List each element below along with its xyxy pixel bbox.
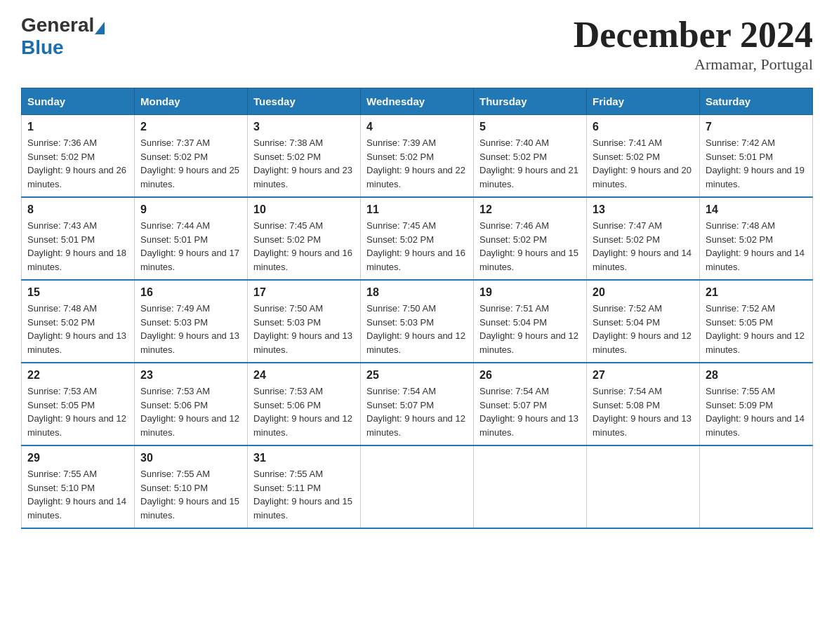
table-row: 9 Sunrise: 7:44 AM Sunset: 5:01 PM Dayli… bbox=[135, 197, 248, 280]
day-info: Sunrise: 7:55 AM Sunset: 5:11 PM Dayligh… bbox=[253, 467, 355, 522]
logo-general-text: General bbox=[21, 14, 94, 36]
day-info: Sunrise: 7:49 AM Sunset: 5:03 PM Dayligh… bbox=[140, 302, 241, 356]
day-number: 29 bbox=[27, 452, 128, 464]
day-number: 10 bbox=[253, 203, 355, 216]
table-row: 3 Sunrise: 7:38 AM Sunset: 5:02 PM Dayli… bbox=[248, 115, 361, 198]
day-info: Sunrise: 7:48 AM Sunset: 5:02 PM Dayligh… bbox=[27, 302, 128, 356]
daylight-label: Daylight: 9 hours and 22 minutes. bbox=[366, 165, 465, 189]
day-number: 15 bbox=[27, 286, 128, 299]
table-row: 31 Sunrise: 7:55 AM Sunset: 5:11 PM Dayl… bbox=[248, 445, 361, 528]
sunset-label: Sunset: 5:11 PM bbox=[253, 483, 321, 493]
table-row: 12 Sunrise: 7:46 AM Sunset: 5:02 PM Dayl… bbox=[474, 197, 587, 280]
daylight-label: Daylight: 9 hours and 14 minutes. bbox=[27, 496, 126, 521]
table-row: 25 Sunrise: 7:54 AM Sunset: 5:07 PM Dayl… bbox=[361, 363, 474, 445]
day-number: 20 bbox=[593, 286, 694, 299]
daylight-label: Daylight: 9 hours and 12 minutes. bbox=[706, 330, 805, 355]
table-row bbox=[587, 445, 700, 528]
calendar-header: Sunday Monday Tuesday Wednesday Thursday… bbox=[22, 88, 813, 115]
daylight-label: Daylight: 9 hours and 25 minutes. bbox=[140, 165, 239, 189]
day-info: Sunrise: 7:50 AM Sunset: 5:03 PM Dayligh… bbox=[366, 302, 468, 356]
sunset-label: Sunset: 5:06 PM bbox=[253, 400, 321, 410]
sunrise-label: Sunrise: 7:45 AM bbox=[253, 220, 323, 231]
header-row: Sunday Monday Tuesday Wednesday Thursday… bbox=[22, 88, 813, 115]
calendar-week-row: 1 Sunrise: 7:36 AM Sunset: 5:02 PM Dayli… bbox=[22, 115, 813, 198]
table-row: 19 Sunrise: 7:51 AM Sunset: 5:04 PM Dayl… bbox=[474, 280, 587, 363]
day-info: Sunrise: 7:41 AM Sunset: 5:02 PM Dayligh… bbox=[593, 136, 694, 191]
calendar-body: 1 Sunrise: 7:36 AM Sunset: 5:02 PM Dayli… bbox=[22, 115, 813, 529]
day-number: 21 bbox=[706, 286, 807, 299]
table-row: 21 Sunrise: 7:52 AM Sunset: 5:05 PM Dayl… bbox=[700, 280, 813, 363]
col-monday: Monday bbox=[135, 88, 248, 115]
daylight-label: Daylight: 9 hours and 16 minutes. bbox=[366, 248, 465, 272]
table-row: 24 Sunrise: 7:53 AM Sunset: 5:06 PM Dayl… bbox=[248, 363, 361, 445]
sunrise-label: Sunrise: 7:45 AM bbox=[366, 220, 436, 231]
day-info: Sunrise: 7:54 AM Sunset: 5:07 PM Dayligh… bbox=[479, 384, 581, 439]
table-row: 15 Sunrise: 7:48 AM Sunset: 5:02 PM Dayl… bbox=[22, 280, 135, 363]
day-info: Sunrise: 7:48 AM Sunset: 5:02 PM Dayligh… bbox=[706, 219, 807, 274]
daylight-label: Daylight: 9 hours and 20 minutes. bbox=[593, 165, 691, 189]
day-info: Sunrise: 7:55 AM Sunset: 5:10 PM Dayligh… bbox=[140, 467, 241, 522]
daylight-label: Daylight: 9 hours and 13 minutes. bbox=[479, 413, 578, 438]
page-title: December 2024 bbox=[574, 14, 813, 55]
logo: General Blue bbox=[21, 14, 105, 59]
logo-arrow-icon bbox=[95, 22, 105, 34]
day-number: 3 bbox=[253, 121, 355, 133]
daylight-label: Daylight: 9 hours and 12 minutes. bbox=[366, 413, 465, 438]
calendar-week-row: 15 Sunrise: 7:48 AM Sunset: 5:02 PM Dayl… bbox=[22, 280, 813, 363]
day-number: 23 bbox=[140, 369, 241, 382]
sunset-label: Sunset: 5:05 PM bbox=[27, 400, 95, 410]
sunrise-label: Sunrise: 7:52 AM bbox=[706, 303, 775, 314]
day-number: 1 bbox=[27, 121, 128, 133]
day-number: 8 bbox=[27, 203, 128, 216]
day-number: 27 bbox=[593, 369, 694, 382]
day-info: Sunrise: 7:37 AM Sunset: 5:02 PM Dayligh… bbox=[140, 136, 241, 191]
table-row: 17 Sunrise: 7:50 AM Sunset: 5:03 PM Dayl… bbox=[248, 280, 361, 363]
daylight-label: Daylight: 9 hours and 26 minutes. bbox=[27, 165, 126, 189]
sunset-label: Sunset: 5:02 PM bbox=[593, 234, 660, 245]
day-number: 5 bbox=[479, 121, 581, 133]
sunrise-label: Sunrise: 7:37 AM bbox=[140, 137, 210, 148]
sunrise-label: Sunrise: 7:40 AM bbox=[479, 137, 549, 148]
col-sunday: Sunday bbox=[22, 88, 135, 115]
page-subtitle: Armamar, Portugal bbox=[574, 55, 813, 74]
day-number: 19 bbox=[479, 286, 581, 299]
day-number: 9 bbox=[140, 203, 241, 216]
sunset-label: Sunset: 5:01 PM bbox=[27, 234, 95, 245]
day-info: Sunrise: 7:47 AM Sunset: 5:02 PM Dayligh… bbox=[593, 219, 694, 274]
sunset-label: Sunset: 5:02 PM bbox=[140, 152, 208, 162]
sunrise-label: Sunrise: 7:49 AM bbox=[140, 303, 210, 314]
day-number: 25 bbox=[366, 369, 468, 382]
day-info: Sunrise: 7:54 AM Sunset: 5:08 PM Dayligh… bbox=[593, 384, 694, 439]
table-row: 7 Sunrise: 7:42 AM Sunset: 5:01 PM Dayli… bbox=[700, 115, 813, 198]
calendar-week-row: 8 Sunrise: 7:43 AM Sunset: 5:01 PM Dayli… bbox=[22, 197, 813, 280]
sunset-label: Sunset: 5:02 PM bbox=[366, 152, 434, 162]
daylight-label: Daylight: 9 hours and 15 minutes. bbox=[253, 496, 352, 521]
sunset-label: Sunset: 5:02 PM bbox=[706, 234, 773, 245]
table-row: 10 Sunrise: 7:45 AM Sunset: 5:02 PM Dayl… bbox=[248, 197, 361, 280]
sunset-label: Sunset: 5:04 PM bbox=[479, 317, 547, 328]
sunrise-label: Sunrise: 7:41 AM bbox=[593, 137, 662, 148]
daylight-label: Daylight: 9 hours and 13 minutes. bbox=[27, 330, 126, 355]
table-row: 22 Sunrise: 7:53 AM Sunset: 5:05 PM Dayl… bbox=[22, 363, 135, 445]
day-info: Sunrise: 7:39 AM Sunset: 5:02 PM Dayligh… bbox=[366, 136, 468, 191]
table-row: 23 Sunrise: 7:53 AM Sunset: 5:06 PM Dayl… bbox=[135, 363, 248, 445]
sunset-label: Sunset: 5:03 PM bbox=[253, 317, 321, 328]
table-row: 1 Sunrise: 7:36 AM Sunset: 5:02 PM Dayli… bbox=[22, 115, 135, 198]
day-number: 17 bbox=[253, 286, 355, 299]
daylight-label: Daylight: 9 hours and 12 minutes. bbox=[479, 330, 578, 355]
sunset-label: Sunset: 5:02 PM bbox=[366, 234, 434, 245]
daylight-label: Daylight: 9 hours and 14 minutes. bbox=[706, 248, 805, 272]
sunset-label: Sunset: 5:07 PM bbox=[366, 400, 434, 410]
day-number: 22 bbox=[27, 369, 128, 382]
day-info: Sunrise: 7:53 AM Sunset: 5:05 PM Dayligh… bbox=[27, 384, 128, 439]
sunrise-label: Sunrise: 7:55 AM bbox=[140, 469, 210, 479]
logo-blue-text: Blue bbox=[21, 36, 64, 59]
sunset-label: Sunset: 5:03 PM bbox=[140, 317, 208, 328]
day-number: 13 bbox=[593, 203, 694, 216]
table-row: 18 Sunrise: 7:50 AM Sunset: 5:03 PM Dayl… bbox=[361, 280, 474, 363]
sunrise-label: Sunrise: 7:43 AM bbox=[27, 220, 97, 231]
table-row: 13 Sunrise: 7:47 AM Sunset: 5:02 PM Dayl… bbox=[587, 197, 700, 280]
day-info: Sunrise: 7:53 AM Sunset: 5:06 PM Dayligh… bbox=[253, 384, 355, 439]
daylight-label: Daylight: 9 hours and 12 minutes. bbox=[366, 330, 465, 355]
day-info: Sunrise: 7:55 AM Sunset: 5:10 PM Dayligh… bbox=[27, 467, 128, 522]
